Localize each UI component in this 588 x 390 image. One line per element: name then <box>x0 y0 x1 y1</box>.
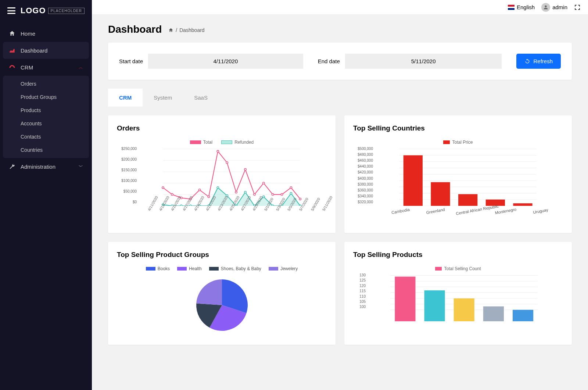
page-title: Dashboard <box>108 24 162 35</box>
sidebar-item-label: CRM <box>21 64 74 71</box>
logo-text: LOGO <box>21 6 46 15</box>
chart-title: Top Selling Countries <box>353 124 563 132</box>
countries-chart-card: Top Selling Countries Total Price $320,0… <box>344 115 572 233</box>
orders-legend: Total Refunded <box>117 140 327 145</box>
svg-point-10 <box>198 189 200 191</box>
user-menu[interactable]: admin <box>541 3 567 12</box>
sidebar-item-dashboard[interactable]: Dashboard <box>3 42 89 59</box>
avatar-icon <box>541 3 550 12</box>
tabs: CRM System SaaS <box>108 89 572 107</box>
orders-chart-card: Orders Total Refunded $0$50,000$100,000$… <box>108 115 336 233</box>
refresh-button[interactable]: Refresh <box>516 54 561 69</box>
svg-rect-48 <box>404 155 423 206</box>
groups-chart-card: Top Selling Product Groups BooksHealthSh… <box>108 242 336 345</box>
chart-title: Orders <box>117 124 327 132</box>
legend-total-price: Total Price <box>452 140 473 145</box>
gauge-icon <box>9 64 15 71</box>
sidebar: LOGO PLACEHOLDER Home Dashboard CRM ︿ Or… <box>0 0 92 390</box>
svg-point-28 <box>217 187 219 189</box>
pie-legend: BooksHealthShoes, Baby & BabyJewelery <box>117 266 327 271</box>
svg-rect-60 <box>395 277 415 321</box>
svg-rect-61 <box>424 290 445 321</box>
hamburger-icon[interactable] <box>7 7 15 14</box>
svg-point-31 <box>244 191 246 193</box>
sidebar-item-home[interactable]: Home <box>3 25 89 42</box>
end-date-input[interactable] <box>345 54 502 69</box>
svg-point-19 <box>281 193 283 195</box>
legend-selling-count: Total Selling Count <box>444 266 481 271</box>
tab-crm[interactable]: CRM <box>108 89 143 107</box>
countries-chart: $320,000$340,000$360,000$380,000$400,000… <box>353 147 563 221</box>
products-legend: Total Selling Count <box>353 266 563 271</box>
start-date-label: Start date <box>119 58 143 64</box>
svg-rect-50 <box>458 194 477 206</box>
fullscreen-icon[interactable] <box>574 4 581 11</box>
sidebar-item-label: Administration <box>21 164 74 170</box>
end-date-label: End date <box>318 58 340 64</box>
chart-title: Top Selling Product Groups <box>117 251 327 259</box>
chevron-up-icon: ︿ <box>79 64 83 71</box>
legend-refunded: Refunded <box>234 140 254 145</box>
svg-point-34 <box>272 205 274 206</box>
nav: Home Dashboard CRM ︿ Orders Product Grou… <box>0 21 92 179</box>
sidebar-item-label: Dashboard <box>21 47 83 54</box>
refresh-icon <box>524 58 530 64</box>
flag-uk-icon <box>508 5 514 10</box>
svg-point-24 <box>180 205 182 206</box>
products-chart-card: Top Selling Products Total Selling Count… <box>344 242 572 345</box>
wrench-icon <box>9 163 15 170</box>
tab-system[interactable]: System <box>143 89 183 107</box>
sidebar-subitem-contacts[interactable]: Contacts <box>3 130 89 143</box>
svg-point-14 <box>235 191 237 193</box>
svg-point-20 <box>290 187 292 189</box>
breadcrumb-item: Dashboard <box>179 27 205 33</box>
chevron-down-icon: ﹀ <box>79 164 83 170</box>
svg-rect-62 <box>454 298 474 321</box>
legend-total: Total <box>203 140 212 145</box>
svg-point-21 <box>299 198 301 200</box>
sidebar-subitem-product-groups[interactable]: Product Groups <box>3 90 89 104</box>
orders-chart: $0$50,000$100,000$150,000$200,000$250,00… <box>117 147 327 224</box>
user-label: admin <box>552 4 567 10</box>
sidebar-item-label: Home <box>21 31 83 37</box>
chart-line-icon <box>9 47 15 54</box>
svg-point-16 <box>254 193 255 195</box>
date-filter-card: Start date End date Refresh <box>108 43 572 80</box>
svg-point-15 <box>244 168 246 170</box>
pie-chart <box>117 276 327 334</box>
logo[interactable]: LOGO PLACEHOLDER <box>21 6 85 15</box>
svg-point-12 <box>217 150 219 152</box>
home-icon <box>168 28 173 33</box>
logo-placeholder: PLACEHOLDER <box>48 8 85 14</box>
products-chart: 100105110115120125130 <box>353 273 563 336</box>
tab-saas[interactable]: SaaS <box>183 89 219 107</box>
svg-point-13 <box>226 162 228 164</box>
svg-point-25 <box>190 205 191 206</box>
svg-rect-52 <box>513 203 532 206</box>
language-label: English <box>517 4 535 10</box>
sidebar-subitem-countries[interactable]: Countries <box>3 143 89 157</box>
refresh-label: Refresh <box>533 58 553 64</box>
svg-point-18 <box>272 193 274 195</box>
home-icon <box>9 30 15 37</box>
svg-point-7 <box>171 193 173 195</box>
svg-point-36 <box>290 192 292 194</box>
svg-rect-49 <box>431 182 450 206</box>
sidebar-item-crm[interactable]: CRM ︿ <box>3 59 89 76</box>
svg-rect-63 <box>483 307 504 321</box>
chart-title: Top Selling Products <box>353 251 563 259</box>
sidebar-subitem-accounts[interactable]: Accounts <box>3 117 89 130</box>
svg-point-11 <box>208 196 209 198</box>
breadcrumb-sep: / <box>176 27 177 33</box>
start-date-input[interactable] <box>148 54 303 69</box>
sidebar-subitem-products[interactable]: Products <box>3 104 89 117</box>
svg-point-17 <box>263 182 265 184</box>
sidebar-submenu-crm: Orders Product Groups Products Accounts … <box>3 76 89 158</box>
sidebar-subitem-orders[interactable]: Orders <box>3 77 89 90</box>
language-selector[interactable]: English <box>508 4 535 10</box>
svg-point-6 <box>162 187 164 189</box>
svg-rect-64 <box>513 310 533 321</box>
breadcrumb: / Dashboard <box>168 27 204 33</box>
sidebar-item-administration[interactable]: Administration ﹀ <box>3 158 89 175</box>
topbar: English admin <box>92 0 588 15</box>
